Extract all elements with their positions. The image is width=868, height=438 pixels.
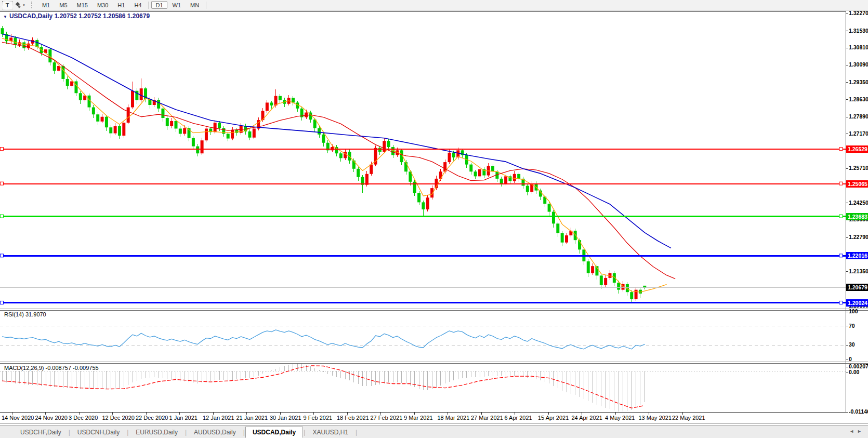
price-tick-label: 1.31530 [849, 28, 868, 34]
timeframe-button-m15[interactable]: M15 [73, 1, 92, 9]
tab-scroll-right-icon[interactable]: ► [857, 429, 865, 434]
tab-scroll-left-icon[interactable]: ◄ [849, 429, 857, 434]
chart-window[interactable]: ▼USDCAD,Daily 1.20752 1.20752 1.20586 1.… [0, 0, 868, 438]
timeframe-toolbar: M1M5M15M30H1H4D1W1MN [37, 1, 208, 9]
chart-tab-audusd[interactable]: AUDUSD,Daily [187, 427, 243, 437]
chart-tabs: USDCHF,Daily|USDCNH,Daily|EURUSD,Daily|A… [0, 426, 358, 438]
macd-axis-label: 0.00 [849, 369, 859, 375]
price-tick-label: 1.21350 [849, 268, 868, 274]
timeframe-button-d1[interactable]: D1 [151, 1, 167, 9]
rsi-value: 31.9070 [25, 311, 46, 317]
tab-separator: | [355, 429, 358, 436]
text-tool-button[interactable]: T [2, 1, 12, 9]
chart-tab-usdchf[interactable]: USDCHF,Daily [14, 427, 68, 437]
timeframe-button-w1[interactable]: W1 [168, 1, 186, 9]
toolbar-grip[interactable] [31, 2, 35, 8]
macd-values: -0.008757 -0.009755 [45, 365, 98, 371]
price-tick-label: 1.30090 [849, 61, 868, 68]
timeframe-button-m1[interactable]: M1 [38, 1, 54, 9]
macd-axis-label: -0.011462 [849, 408, 868, 415]
price-badge: 1.23683 [846, 213, 868, 220]
price-tick-label: 1.22790 [849, 234, 868, 240]
price-tick-label: 1.24250 [849, 200, 868, 206]
toolbar: T ▼ M1M5M15M30H1H4D1W1MN [0, 0, 868, 10]
arrows-objects-icon [16, 3, 20, 8]
price-tick-label: 1.27890 [849, 113, 868, 120]
date-label: 21 Jan 2021 [236, 415, 268, 421]
date-label: 9 Mar 2021 [404, 415, 433, 421]
timeframe-button-m30[interactable]: M30 [93, 1, 112, 9]
date-label: 18 Mar 2021 [438, 415, 470, 421]
rsi-axis-label: 30 [849, 341, 855, 348]
dropdown-caret-icon: ▼ [22, 4, 25, 7]
date-label: 13 May 2021 [639, 415, 672, 421]
chart-tab-usdcad[interactable]: USDCAD,Daily [245, 427, 303, 438]
rsi-axis-label: 70 [849, 323, 855, 329]
timeframe-button-h1[interactable]: H1 [113, 1, 129, 9]
price-tick-label: 1.29350 [849, 79, 868, 85]
date-label: 3 Dec 2020 [69, 415, 98, 421]
date-label: 12 Jan 2021 [203, 415, 234, 421]
date-label: 27 Mar 2021 [471, 415, 503, 421]
price-badge: 1.22016 [846, 252, 868, 259]
price-badge: 1.20024 [846, 299, 868, 307]
rsi-indicator-label: RSI(14) 31.9070 [4, 311, 46, 317]
date-label: 15 Apr 2021 [538, 415, 569, 421]
objects-tool-button[interactable]: ▼ [15, 1, 27, 9]
tab-scroll-arrows[interactable]: ◄► [849, 429, 865, 434]
date-label: 12 Dec 2020 [102, 415, 135, 421]
price-tick-label: 1.28630 [849, 96, 868, 102]
chart-tab-xauusd[interactable]: XAUUSD,H1 [306, 427, 355, 437]
price-badge: 1.26529 [846, 145, 868, 153]
toolbar-separator [148, 2, 149, 9]
date-label: 22 Dec 2020 [136, 415, 168, 421]
date-label: 27 Feb 2021 [371, 415, 403, 421]
timeframe-button-mn[interactable]: MN [186, 1, 203, 9]
trading-terminal: T ▼ M1M5M15M30H1H4D1W1MN ▼USDCAD,Daily 1… [0, 0, 868, 438]
chart-tab-eurusd[interactable]: EURUSD,Daily [129, 427, 185, 437]
date-label: 18 Feb 2021 [337, 415, 369, 421]
date-label: 30 Jan 2021 [270, 415, 301, 421]
date-label: 4 May 2021 [605, 415, 635, 421]
price-tick-label: 1.30810 [849, 44, 868, 50]
date-label: 24 Apr 2021 [572, 415, 602, 421]
chart-title: ▼USDCAD,Daily 1.20752 1.20752 1.20586 1.… [3, 12, 150, 20]
chart-symbol-label: USDCAD,Daily [9, 12, 52, 20]
toolbar-separator [206, 2, 206, 9]
price-tick-label: 1.32270 [849, 10, 868, 16]
date-label: 9 Feb 2021 [304, 415, 333, 421]
collapse-icon[interactable]: ▼ [3, 15, 7, 19]
chart-tab-usdcnh[interactable]: USDCNH,Daily [71, 427, 126, 437]
date-label: 22 May 2021 [672, 415, 705, 421]
chart-ohlc-values: 1.20752 1.20752 1.20586 1.20679 [55, 12, 150, 20]
timeframe-button-m5[interactable]: M5 [55, 1, 71, 9]
price-badge: 1.20679 [846, 284, 868, 291]
timeframe-button-h4[interactable]: H4 [130, 1, 146, 9]
price-badge: 1.25065 [846, 180, 868, 188]
price-tick-label: 1.27170 [849, 130, 868, 137]
date-label: 6 Apr 2021 [505, 415, 532, 421]
date-label: 24 Nov 2020 [35, 415, 68, 421]
date-label: 1 Jan 2021 [169, 415, 198, 421]
rsi-axis-label: 0 [849, 356, 852, 362]
date-label: 14 Nov 2020 [2, 415, 34, 421]
chart-tab-bar: USDCHF,Daily|USDCNH,Daily|EURUSD,Daily|A… [0, 425, 868, 438]
macd-indicator-label: MACD(12,26,9) -0.008757 -0.009755 [4, 365, 99, 371]
rsi-axis-label: 100 [849, 308, 858, 314]
price-tick-label: 1.25710 [849, 165, 868, 171]
